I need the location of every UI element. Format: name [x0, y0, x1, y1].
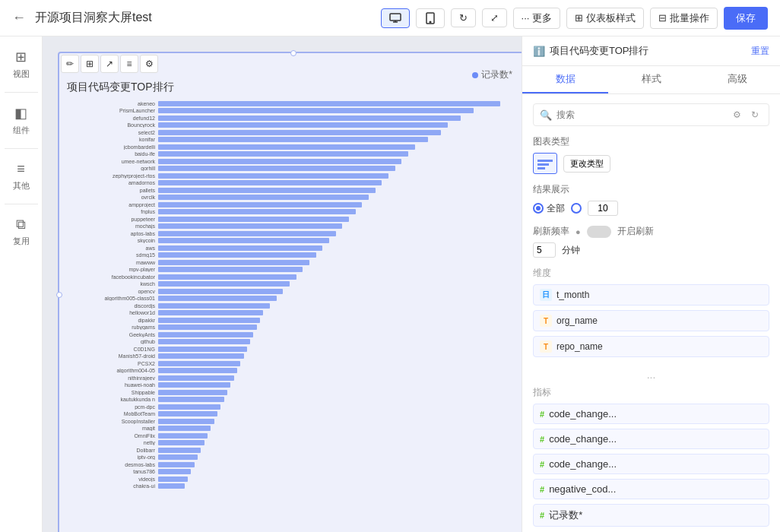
bar-fill — [158, 361, 240, 366]
header-toolbar: ↻ ⤢ ··· 更多 ⊞ 仪表板样式 ⊟ 批量操作 保存 — [381, 7, 768, 30]
table-icon[interactable]: ≡ — [120, 55, 138, 73]
refresh-button[interactable]: ↻ — [451, 8, 476, 27]
bar-fill — [158, 289, 283, 294]
bar-track — [158, 433, 520, 439]
bar-track — [158, 252, 520, 258]
other-icon: ≡ — [17, 161, 25, 177]
result-label: 结果展示 — [533, 183, 769, 196]
settings-icon[interactable]: ⚙ — [140, 55, 158, 73]
sidebar-item-other[interactable]: ≡ 其他 — [0, 155, 42, 198]
resize-handle-left[interactable] — [56, 292, 62, 298]
monitor-view-button[interactable] — [381, 8, 410, 28]
dimension-field-repo_name[interactable]: T repo_name — [533, 336, 769, 357]
result-count-input[interactable] — [588, 201, 618, 216]
bar-fill — [158, 108, 474, 113]
tablet-view-button[interactable] — [416, 8, 445, 28]
fullscreen-button[interactable]: ⤢ — [482, 8, 507, 27]
bar-row: netty — [67, 440, 520, 446]
refresh-toggle[interactable] — [587, 226, 611, 238]
refresh-tool-icon[interactable]: ↻ — [747, 107, 763, 122]
refresh-interval-input[interactable] — [533, 242, 556, 258]
bar-label: discordjs — [67, 303, 158, 309]
bar-label: PrismLauncher — [67, 108, 158, 113]
resize-handle-top[interactable] — [290, 50, 296, 56]
chart-type-icon[interactable] — [533, 153, 557, 174]
grid-icon[interactable]: ⊞ — [81, 55, 99, 73]
radio-all[interactable] — [533, 203, 544, 214]
bar-row: konifar — [67, 137, 520, 143]
bar-track — [158, 462, 520, 467]
bar-track — [158, 188, 520, 193]
bar-label: konifar — [67, 137, 158, 142]
bar-track — [158, 419, 520, 424]
sidebar-item-view[interactable]: ⊞ 视图 — [0, 43, 42, 86]
metric-item-1[interactable]: # code_change... — [533, 429, 769, 449]
metric-item-4[interactable]: # 记录数* — [533, 504, 769, 527]
bar-row: pcm-dpc — [67, 404, 520, 410]
bar-label: mochajs — [67, 223, 158, 229]
bar-label: amadornos — [67, 180, 158, 185]
bar-fill — [158, 274, 296, 280]
bar-label: Shippable — [67, 390, 158, 395]
bar-label: chakra-ui — [67, 483, 158, 489]
bar-row: puppeteer — [67, 216, 520, 222]
bar-row: mochajs — [67, 223, 520, 230]
sidebar-divider-1 — [5, 92, 38, 93]
edit-icon[interactable]: ✏ — [61, 55, 79, 73]
dimension-field-org_name[interactable]: T org_name — [533, 310, 769, 331]
settings-tool-icon[interactable]: ⚙ — [729, 107, 744, 122]
change-type-button[interactable]: 更改类型 — [563, 155, 610, 173]
refresh-label: 刷新频率 — [533, 225, 569, 238]
metric-item-0[interactable]: # code_change... — [533, 404, 769, 424]
tabs-container: 数据 样式 高级 — [522, 66, 780, 94]
bar-track — [158, 390, 520, 395]
batch-operation-button[interactable]: ⊟ 批量操作 — [650, 8, 718, 29]
metric-item-3[interactable]: # negative_cod... — [533, 479, 769, 499]
tab-data[interactable]: 数据 — [522, 66, 608, 93]
bar-row: amadornos — [67, 180, 520, 186]
left-sidebar: ⊞ 视图 ◧ 组件 ≡ 其他 ⧉ 复用 — [0, 36, 43, 532]
sidebar-item-reuse[interactable]: ⧉ 复用 — [0, 211, 42, 253]
bar-label: mpv-player — [67, 267, 158, 272]
bar-label: C0D1NG — [67, 347, 158, 352]
dimension-field-t_month[interactable]: 日 t_month — [533, 284, 769, 306]
bar-track — [158, 469, 520, 474]
chart-panel[interactable]: ✏ ⊞ ↗ ≡ ⚙ 项目代码变更TOP排行 记录数* akeneoPrismLa… — [58, 52, 522, 532]
bar-fill — [158, 440, 205, 445]
save-button[interactable]: 保存 — [724, 7, 768, 30]
dashboard-style-button[interactable]: ⊞ 仪表板样式 — [566, 8, 644, 29]
svg-rect-3 — [537, 160, 553, 162]
radio-num[interactable] — [571, 203, 582, 214]
bar-row: ScoopInstaller — [67, 418, 520, 424]
bar-fill — [158, 375, 234, 381]
bar-fill — [158, 448, 201, 453]
more-button[interactable]: ··· 更多 — [513, 8, 560, 29]
bar-row: dipakkr — [67, 317, 520, 323]
bar-fill — [158, 217, 349, 222]
bar-row: baidu-ife — [67, 151, 520, 157]
bar-row: gorhill — [67, 166, 520, 172]
search-input[interactable] — [556, 109, 725, 120]
bar-track — [158, 202, 520, 207]
back-button[interactable]: ← — [12, 10, 26, 26]
bar-track — [158, 347, 520, 352]
tab-style[interactable]: 样式 — [608, 66, 694, 93]
bar-fill — [158, 122, 448, 128]
legend-label: 记录数* — [481, 68, 512, 81]
bar-fill — [158, 180, 382, 185]
result-num-option[interactable] — [571, 203, 582, 214]
bar-fill — [158, 368, 237, 373]
bar-row: rubygams — [67, 325, 520, 331]
bar-row: select2 — [67, 129, 520, 135]
bar-fill — [158, 159, 401, 164]
sidebar-item-component[interactable]: ◧ 组件 — [0, 99, 42, 142]
expand-icon[interactable]: ↗ — [100, 55, 119, 73]
metric-item-2[interactable]: # code_change... — [533, 454, 769, 474]
page-title: 开源项目洞察大屏test — [35, 10, 372, 26]
reset-button[interactable]: 重置 — [751, 45, 769, 58]
tab-advanced[interactable]: 高级 — [694, 66, 780, 93]
bar-label: hellowor1d — [67, 310, 158, 315]
bar-label: pcm-dpc — [67, 404, 158, 410]
bar-fill — [158, 144, 415, 150]
result-all-option[interactable]: 全部 — [533, 202, 565, 215]
